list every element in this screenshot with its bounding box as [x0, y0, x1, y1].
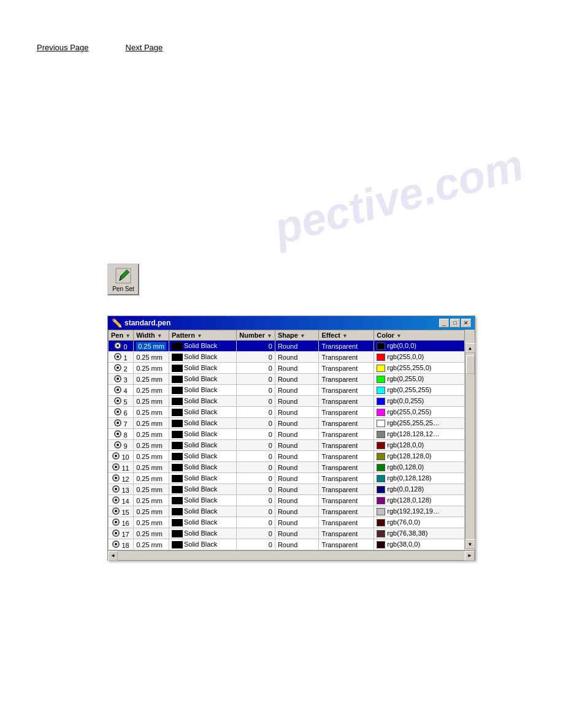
- col-color[interactable]: Color ▼: [374, 330, 465, 341]
- pattern-swatch: [172, 376, 183, 383]
- radio-button[interactable]: [114, 375, 121, 382]
- radio-cell[interactable]: 5: [109, 396, 134, 407]
- radio-button[interactable]: [112, 452, 120, 460]
- color-label: rgb(255,255,25…: [387, 419, 440, 427]
- color-label: rgb(0,0,128): [387, 485, 424, 493]
- table-row[interactable]: 90.25 mmSolid Black0RoundTransparentrgb(…: [109, 440, 465, 451]
- radio-cell[interactable]: 3: [109, 374, 134, 385]
- radio-cell[interactable]: 11: [109, 462, 134, 473]
- radio-cell[interactable]: 9: [109, 440, 134, 451]
- table-row[interactable]: 110.25 mmSolid Black0RoundTransparentrgb…: [109, 462, 465, 473]
- radio-cell[interactable]: 13: [109, 484, 134, 495]
- radio-button[interactable]: [114, 441, 121, 449]
- radio-button[interactable]: [114, 364, 121, 371]
- radio-cell[interactable]: 4: [109, 385, 134, 396]
- color-swatch: [377, 464, 385, 471]
- col-number[interactable]: Number ▼: [237, 330, 275, 341]
- table-row[interactable]: 170.25 mmSolid Black0RoundTransparentrgb…: [109, 528, 465, 539]
- vertical-scrollbar[interactable]: ▲ ▼: [465, 343, 475, 549]
- radio-button[interactable]: [114, 408, 121, 415]
- radio-button[interactable]: [114, 397, 121, 404]
- pattern-cell: Solid Black: [169, 440, 236, 451]
- close-button[interactable]: ✕: [461, 319, 471, 327]
- radio-button[interactable]: [112, 507, 120, 515]
- table-row[interactable]: 130.25 mmSolid Black0RoundTransparentrgb…: [109, 484, 465, 495]
- color-cell: rgb(0,128,0): [374, 462, 465, 473]
- radio-button[interactable]: [112, 529, 120, 537]
- color-cell: rgb(128,128,0): [374, 451, 465, 462]
- col-shape[interactable]: Shape ▼: [275, 330, 318, 341]
- table-row[interactable]: 140.25 mmSolid Black0RoundTransparentrgb…: [109, 495, 465, 506]
- table-row[interactable]: 00.25 mmSolid Black0RoundTransparentrgb(…: [109, 341, 465, 352]
- radio-cell[interactable]: 12: [109, 473, 134, 484]
- scroll-up-arrow[interactable]: ▲: [465, 343, 475, 353]
- radio-button[interactable]: [114, 386, 121, 393]
- color-label: rgb(255,255,0): [387, 364, 431, 371]
- table-row[interactable]: 160.25 mmSolid Black0RoundTransparentrgb…: [109, 517, 465, 528]
- table-row[interactable]: 30.25 mmSolid Black0RoundTransparentrgb(…: [109, 374, 465, 385]
- color-swatch: [377, 475, 385, 482]
- table-row[interactable]: 120.25 mmSolid Black0RoundTransparentrgb…: [109, 473, 465, 484]
- col-effect[interactable]: Effect ▼: [319, 330, 374, 341]
- table-row[interactable]: 70.25 mmSolid Black0RoundTransparentrgb(…: [109, 418, 465, 429]
- radio-button[interactable]: [112, 496, 120, 504]
- scroll-left-arrow[interactable]: ◄: [108, 551, 118, 561]
- h-scroll-track[interactable]: [118, 551, 465, 560]
- effect-cell: Transparent: [319, 506, 374, 517]
- col-pen[interactable]: Pen ▼: [109, 330, 134, 341]
- horizontal-scrollbar[interactable]: ◄ ►: [108, 550, 475, 560]
- color-label: rgb(255,0,255): [387, 408, 431, 415]
- radio-cell[interactable]: 17: [109, 528, 134, 539]
- radio-cell[interactable]: 6: [109, 407, 134, 418]
- minimize-button[interactable]: _: [439, 319, 449, 327]
- color-label: rgb(0,0,255): [387, 397, 424, 404]
- radio-cell[interactable]: 10: [109, 451, 134, 462]
- scroll-track[interactable]: [465, 353, 475, 539]
- color-swatch: [377, 398, 385, 405]
- scroll-down-arrow[interactable]: ▼: [465, 539, 475, 549]
- table-row[interactable]: 10.25 mmSolid Black0RoundTransparentrgb(…: [109, 352, 465, 363]
- radio-cell[interactable]: 14: [109, 495, 134, 506]
- col-width[interactable]: Width ▼: [134, 330, 169, 341]
- table-row[interactable]: 80.25 mmSolid Black0RoundTransparentrgb(…: [109, 429, 465, 440]
- pattern-label: Solid Black: [184, 518, 217, 526]
- radio-button[interactable]: [112, 485, 120, 493]
- radio-button[interactable]: [112, 474, 120, 482]
- radio-button[interactable]: [114, 430, 121, 438]
- color-cell: rgb(128,0,128): [374, 495, 465, 506]
- next-page-link[interactable]: Next Page: [126, 43, 163, 52]
- radio-button[interactable]: [112, 540, 120, 548]
- table-row[interactable]: 20.25 mmSolid Black0RoundTransparentrgb(…: [109, 363, 465, 374]
- pen-set-button[interactable]: Pen Set: [107, 264, 139, 295]
- maximize-button[interactable]: □: [450, 319, 460, 327]
- radio-cell[interactable]: 2: [109, 363, 134, 374]
- radio-cell[interactable]: 16: [109, 517, 134, 528]
- col-pattern[interactable]: Pattern ▼: [169, 330, 236, 341]
- radio-button[interactable]: [112, 463, 120, 471]
- radio-button[interactable]: [114, 342, 121, 349]
- scroll-thumb[interactable]: [466, 355, 475, 374]
- table-row[interactable]: 180.25 mmSolid Black0RoundTransparentrgb…: [109, 539, 465, 550]
- radio-cell[interactable]: 8: [109, 429, 134, 440]
- effect-cell: Transparent: [319, 429, 374, 440]
- radio-cell[interactable]: 1: [109, 352, 134, 363]
- radio-cell[interactable]: 15: [109, 506, 134, 517]
- table-row[interactable]: 150.25 mmSolid Black0RoundTransparentrgb…: [109, 506, 465, 517]
- prev-page-link[interactable]: Previous Page: [37, 43, 89, 52]
- pattern-swatch: [172, 530, 183, 537]
- table-row[interactable]: 60.25 mmSolid Black0RoundTransparentrgb(…: [109, 407, 465, 418]
- radio-button[interactable]: [114, 419, 121, 427]
- radio-cell[interactable]: 18: [109, 539, 134, 550]
- radio-cell[interactable]: 0: [109, 341, 134, 352]
- table-row[interactable]: 40.25 mmSolid Black0RoundTransparentrgb(…: [109, 385, 465, 396]
- pen-set-icon: [115, 267, 132, 284]
- pattern-swatch: [172, 508, 183, 515]
- scroll-right-arrow[interactable]: ►: [465, 551, 475, 561]
- radio-cell[interactable]: 7: [109, 418, 134, 429]
- radio-button[interactable]: [114, 353, 121, 360]
- pen-number: 5: [121, 398, 127, 406]
- radio-button[interactable]: [112, 518, 120, 526]
- effect-cell: Transparent: [319, 352, 374, 363]
- table-row[interactable]: 100.25 mmSolid Black0RoundTransparentrgb…: [109, 451, 465, 462]
- table-row[interactable]: 50.25 mmSolid Black0RoundTransparentrgb(…: [109, 396, 465, 407]
